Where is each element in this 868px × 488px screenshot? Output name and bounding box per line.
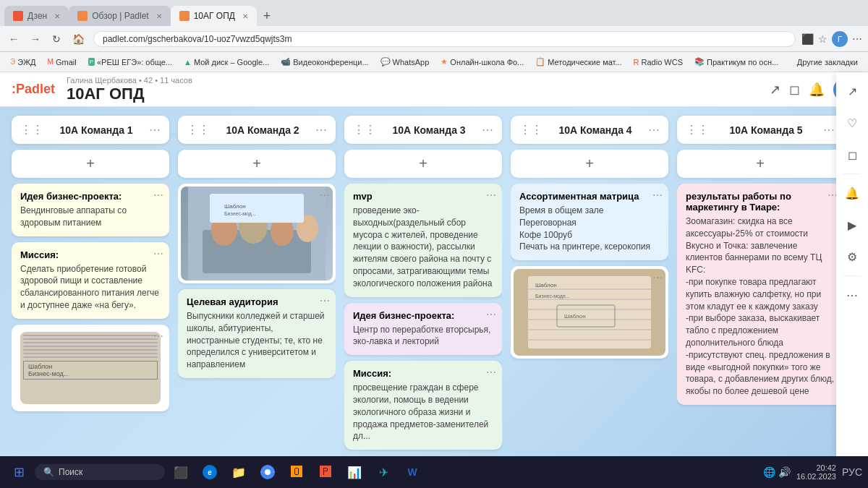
bookmark-icon[interactable]: ☆ (818, 33, 827, 45)
col5-add-button[interactable]: + (677, 150, 843, 178)
col1-menu[interactable]: ⋯ (149, 123, 161, 137)
taskbar-word[interactable]: W (399, 459, 425, 485)
address-input[interactable]: padlet.com/gscherbakova/10-uoz7vwzd5qwjt… (93, 31, 796, 47)
column-4: ⋮⋮ 10А Команда 4 ⋯ + ⋯ Ассортиментная ма… (511, 116, 668, 453)
side-more-icon[interactable]: ⋯ (839, 282, 865, 308)
bookmark-resh[interactable]: Р «РЕШ ЕГЭ»: обще... (84, 56, 176, 68)
taskbar: ⊞ 🔍 Поиск ⬛ e 📁 🅾 🅿 📊 ✈ W 🌐 🔊 20:42 16.0… (0, 456, 868, 488)
taskview-button[interactable]: ⬛ (168, 459, 194, 485)
card-c1-3-menu[interactable]: ⋯ (153, 330, 163, 342)
col3-add-button[interactable]: + (344, 150, 502, 178)
tray-network[interactable]: 🌐 (763, 466, 775, 478)
col1-cards: ⋯ Идея бизнес-проекта: Вендинговые аппар… (12, 184, 169, 453)
card-c4-1-menu[interactable]: ⋯ (652, 189, 663, 201)
tab-padlet-board[interactable]: 10АГ ОПД ✕ (171, 6, 257, 26)
board-area[interactable]: ⋮⋮ 10А Команда 1 ⋯ + ⋯ Идея бизнес-проек… (0, 107, 868, 462)
col2-cards: ⋯ Шаблон Бизнес-мод (178, 184, 336, 453)
card-c2-2-menu[interactable]: ⋯ (320, 295, 330, 307)
taskbar-search[interactable]: 🔍 Поиск (35, 464, 165, 480)
bookmark-ezhd[interactable]: Э ЭЖД (6, 56, 41, 68)
back-button[interactable]: ← (6, 32, 22, 46)
menu-icon[interactable]: ⋯ (852, 33, 862, 45)
col2-menu[interactable]: ⋯ (315, 123, 327, 137)
lang-indicator[interactable]: РУС (842, 466, 862, 478)
svg-text:e: e (208, 468, 212, 476)
col4-drag[interactable]: ⋮⋮ (519, 123, 542, 137)
reload-button[interactable]: ↻ (49, 32, 64, 46)
taskbar-icon-7[interactable]: 🅿 (312, 459, 339, 485)
side-heart-icon[interactable]: ♡ (839, 110, 865, 136)
col4-add-button[interactable]: + (511, 150, 668, 178)
taskbar-explorer[interactable]: 📁 (226, 459, 252, 485)
bookmark-school[interactable]: ★ Онлайн-школа Фо... (436, 56, 528, 68)
col4-menu[interactable]: ⋯ (648, 123, 660, 137)
card-c1-2-menu[interactable]: ⋯ (153, 248, 163, 260)
notification-icon[interactable]: 🔔 (809, 82, 825, 98)
tab-close-dzen[interactable]: ✕ (54, 12, 60, 20)
bookmark-methods[interactable]: 📋 Методические мат... (531, 56, 626, 68)
bookmark-gmail[interactable]: M Gmail (43, 56, 81, 68)
card-c3-3-menu[interactable]: ⋯ (486, 367, 496, 378)
notebook-svg: Шаблон Бизнес-моде... Шаблон (521, 269, 658, 356)
card-c2-2-text: Выпускники колледжей и старшей школы, аб… (187, 310, 327, 371)
card-c3-1-text: проведение эко-выходных(раздельный сбор … (353, 205, 493, 290)
side-bell-icon[interactable]: 🔔 (839, 180, 865, 206)
home-button[interactable]: 🏠 (69, 32, 88, 46)
taskbar-clock[interactable]: 20:42 16.02.2023 (796, 463, 836, 481)
card-c3-1-menu[interactable]: ⋯ (486, 189, 496, 201)
profile-icon[interactable]: Г (832, 31, 848, 47)
side-settings-icon[interactable]: ⚙ (839, 244, 865, 270)
bookmark-video[interactable]: 📹 Видеоконференци... (276, 56, 373, 68)
col1-add-button[interactable]: + (12, 150, 169, 178)
col2-drag[interactable]: ⋮⋮ (187, 123, 210, 137)
side-divider-1 (843, 174, 861, 174)
forward-button[interactable]: → (27, 32, 43, 46)
taskbar-icon-8[interactable]: 📊 (341, 459, 367, 485)
bookmark-favicon-methods: 📋 (535, 57, 545, 67)
bookmark-radio[interactable]: R Radio WCS (629, 56, 687, 68)
card-c2-1-menu[interactable]: ⋯ (320, 189, 330, 201)
tab-padlet-overview[interactable]: Обзор | Padlet ✕ (69, 6, 170, 26)
bookmarks-bar: Э ЭЖД M Gmail Р «РЕШ ЕГЭ»: обще... ▲ Мой… (0, 52, 868, 72)
new-tab-button[interactable]: + (257, 6, 277, 26)
bookmark-gdrive[interactable]: ▲ Мой диск – Google... (179, 56, 273, 68)
card-c1-1-menu[interactable]: ⋯ (153, 189, 163, 201)
tab-dzen[interactable]: Дзен ✕ (4, 6, 69, 26)
bookmark-whatsapp[interactable]: 💬 WhatsApp (376, 56, 434, 68)
tray-volume[interactable]: 🔊 (778, 466, 791, 478)
taskbar-edge[interactable]: e (197, 459, 223, 485)
tab-close-overview[interactable]: ✕ (156, 12, 162, 20)
taskbar-icon-6[interactable]: 🅾 (284, 459, 310, 485)
bookmark-favicon-radio: R (634, 58, 639, 67)
card-c4-2-menu[interactable]: ⋯ (652, 272, 663, 283)
svg-text:Шаблон: Шаблон (535, 282, 557, 288)
extensions-icon[interactable]: ⬛ (801, 33, 814, 45)
start-button[interactable]: ⊞ (6, 459, 32, 485)
search-placeholder: Поиск (59, 467, 82, 477)
col2-title: 10А Команда 2 (226, 124, 299, 136)
tab-close-board[interactable]: ✕ (242, 12, 248, 20)
col5-drag[interactable]: ⋮⋮ (686, 123, 709, 137)
card-c4-1-text: Время в общем зале Переговорная Кофе 100… (519, 205, 660, 253)
share-icon[interactable]: ↗ (770, 82, 780, 98)
taskbar-chrome[interactable] (255, 459, 281, 485)
bookmark-others[interactable]: Другие закладки (793, 56, 862, 68)
card-c1-1-text: Вендинговые аппараты со здоровым питание… (20, 205, 161, 229)
chrome-icon (260, 464, 276, 480)
bookmark-practice[interactable]: 📚 Практикум по осн... (690, 56, 783, 68)
padlet-app: :Padlet Галина Щербакова • 42 • 11 часов… (0, 72, 868, 462)
taskbar-telegram[interactable]: ✈ (370, 459, 396, 485)
side-play-icon[interactable]: ▶ (839, 212, 865, 238)
col3-title: 10А Команда 3 (392, 124, 465, 136)
col3-drag[interactable]: ⋮⋮ (353, 123, 376, 137)
bookmark-favicon-practice: 📚 (694, 57, 705, 67)
col3-menu[interactable]: ⋯ (482, 123, 493, 137)
card-c3-2-menu[interactable]: ⋯ (486, 309, 496, 320)
side-screen-icon[interactable]: ◻ (839, 142, 865, 168)
col5-menu[interactable]: ⋯ (823, 123, 835, 137)
card-c3-2: ⋯ Идея бизнес-проекта: Центр по перерабо… (344, 303, 502, 356)
activity-icon[interactable]: ◻ (789, 82, 800, 98)
col2-add-button[interactable]: + (178, 150, 336, 178)
col1-drag[interactable]: ⋮⋮ (20, 123, 43, 137)
side-share-icon[interactable]: ↗ (839, 78, 865, 104)
